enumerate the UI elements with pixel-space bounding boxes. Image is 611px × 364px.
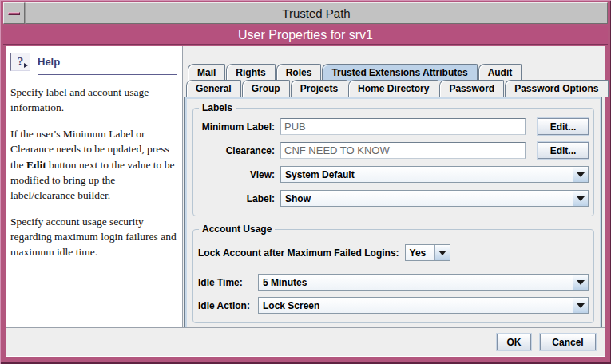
- label-select-value: Show: [281, 191, 573, 206]
- tab-roles[interactable]: Roles: [276, 64, 322, 81]
- idle-time-label: Idle Time:: [198, 277, 254, 288]
- tab-mail[interactable]: Mail: [188, 64, 225, 81]
- minimum-label-edit-wrap: Edit...: [538, 118, 589, 135]
- help-header: ? Help: [10, 53, 177, 71]
- ok-button[interactable]: OK: [497, 334, 531, 350]
- view-select-value: System Default: [281, 167, 573, 182]
- tab-audit[interactable]: Audit: [478, 64, 522, 81]
- window-menu-button[interactable]: [3, 2, 25, 24]
- window-titlebar[interactable]: Trusted Path: [25, 2, 608, 24]
- idle-action-select-value: Lock Screen: [259, 298, 573, 313]
- lock-account-label: Lock Account after Maximum Failed Logins…: [198, 247, 399, 259]
- minimum-label-edit-button[interactable]: Edit...: [538, 118, 589, 135]
- chevron-down-icon: [577, 280, 585, 285]
- cancel-button[interactable]: Cancel: [540, 334, 596, 350]
- help-divider: [38, 74, 177, 75]
- dialog-body: ? Help Specify label and account usage i…: [6, 46, 605, 327]
- minimum-label-field[interactable]: PUB: [280, 118, 526, 135]
- tab-general[interactable]: General: [186, 80, 241, 97]
- help-panel: ? Help Specify label and account usage i…: [6, 46, 183, 327]
- help-text: Specify label and account usage informat…: [10, 85, 177, 260]
- view-row: View: System Default: [198, 166, 589, 183]
- tab-password-options[interactable]: Password Options: [505, 80, 608, 97]
- lock-account-row: Lock Account after Maximum Failed Logins…: [198, 244, 589, 261]
- label-select-arrow-button[interactable]: [573, 191, 588, 206]
- clearance-value: CNF NEED TO KNOW: [284, 144, 390, 156]
- label-label: Label:: [198, 193, 275, 204]
- clearance-label: Clearance:: [198, 145, 275, 156]
- chevron-down-icon: [438, 251, 446, 255]
- clearance-row: Clearance: CNF NEED TO KNOW Edit...: [198, 142, 589, 159]
- idle-time-select[interactable]: 5 Minutes: [258, 274, 589, 291]
- idle-action-select-arrow-button[interactable]: [573, 298, 588, 313]
- tab-group[interactable]: Group: [242, 80, 290, 97]
- label-select[interactable]: Show: [280, 190, 589, 207]
- main-panel: Mail Rights Roles Trusted Extensions Att…: [183, 46, 605, 327]
- view-select-arrow-button[interactable]: [573, 167, 588, 182]
- window-titlebar-row: Trusted Path: [3, 2, 608, 24]
- account-usage-group: Account Usage Lock Account after Maximum…: [192, 229, 594, 323]
- idle-time-row: Idle Time: 5 Minutes: [198, 274, 589, 291]
- window-title: Trusted Path: [282, 6, 350, 20]
- minimum-label-value: PUB: [284, 121, 306, 133]
- idle-time-select-arrow-button[interactable]: [573, 275, 588, 290]
- view-label: View:: [198, 169, 275, 180]
- view-select[interactable]: System Default: [280, 166, 589, 183]
- tab-row-1: Mail Rights Roles Trusted Extensions Att…: [184, 64, 602, 81]
- tab-row-2: General Group Projects Home Directory Pa…: [184, 80, 602, 97]
- help-paragraph-3: Specify account usage security regarding…: [10, 214, 177, 259]
- lock-account-select-value: Yes: [406, 245, 434, 260]
- help-icon: ?: [10, 53, 30, 71]
- help-paragraph-1: Specify label and account usage informat…: [10, 85, 177, 115]
- tab-password[interactable]: Password: [439, 80, 504, 97]
- labels-group: Labels Minimum Label: PUB Edit... Cleara…: [192, 108, 594, 216]
- chevron-down-icon: [577, 172, 585, 177]
- idle-action-select[interactable]: Lock Screen: [258, 297, 589, 314]
- clearance-field[interactable]: CNF NEED TO KNOW: [280, 142, 526, 159]
- window-menu-icon: [8, 12, 20, 15]
- idle-time-select-value: 5 Minutes: [259, 275, 573, 290]
- tab-trusted-extensions-attributes[interactable]: Trusted Extensions Attributes: [322, 64, 477, 81]
- dialog-banner: User Properties for srv1: [3, 26, 608, 45]
- help-icon-arrow: [24, 63, 28, 68]
- dialog-title: User Properties for srv1: [238, 28, 373, 42]
- lock-account-select-arrow-button[interactable]: [434, 245, 450, 260]
- account-usage-group-title: Account Usage: [199, 224, 275, 235]
- chevron-down-icon: [577, 196, 585, 201]
- help-paragraph-2-bold: Edit: [26, 159, 46, 171]
- tab-home-directory[interactable]: Home Directory: [348, 80, 438, 97]
- trusted-path-window: Trusted Path User Properties for srv1 ? …: [0, 0, 611, 364]
- minimum-label-row: Minimum Label: PUB Edit...: [198, 118, 589, 135]
- label-row: Label: Show: [198, 190, 589, 207]
- chevron-down-icon: [577, 303, 585, 308]
- minimum-label-label: Minimum Label:: [198, 121, 275, 133]
- idle-action-row: Idle Action: Lock Screen: [198, 297, 589, 314]
- lock-account-select[interactable]: Yes: [405, 244, 450, 261]
- idle-action-label: Idle Action:: [198, 300, 254, 311]
- clearance-edit-wrap: Edit...: [538, 142, 589, 159]
- labels-group-title: Labels: [199, 102, 236, 113]
- help-panel-title: Help: [38, 56, 60, 68]
- tab-content-pane: Labels Minimum Label: PUB Edit... Cleara…: [184, 97, 602, 334]
- tab-projects[interactable]: Projects: [291, 80, 347, 97]
- tab-rights[interactable]: Rights: [226, 64, 275, 81]
- dialog-button-bar: OK Cancel: [6, 327, 605, 357]
- clearance-edit-button[interactable]: Edit...: [538, 142, 589, 159]
- help-paragraph-2: If the user's Minimum Label or Clearance…: [10, 126, 177, 203]
